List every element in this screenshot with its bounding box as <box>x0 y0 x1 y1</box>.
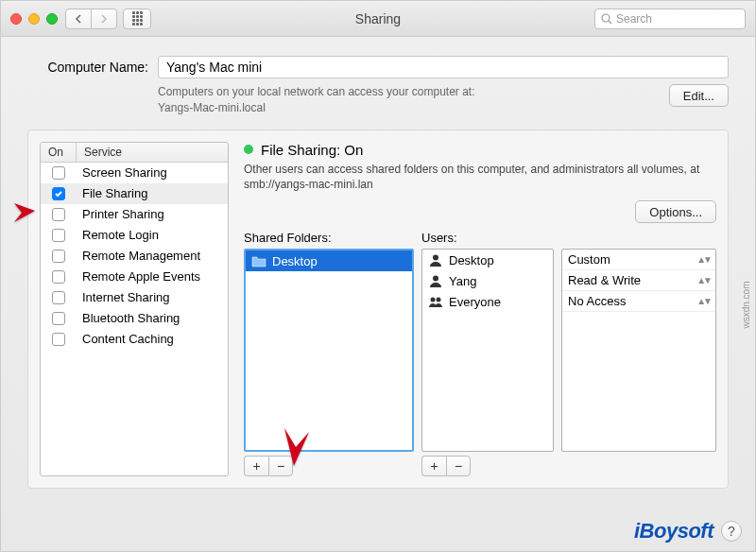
service-label: Bluetooth Sharing <box>77 311 228 325</box>
chevron-left-icon <box>75 14 82 24</box>
services-table: On Service Screen SharingFile SharingPri… <box>40 142 229 476</box>
user-label: Everyone <box>449 295 501 309</box>
titlebar: Sharing Search <box>1 1 755 37</box>
users-plusminus: + − <box>421 456 554 476</box>
brand-logo: iBoysoft <box>634 519 713 543</box>
search-input[interactable]: Search <box>594 9 746 29</box>
service-row-content-caching[interactable]: Content Caching <box>41 329 228 350</box>
user-row[interactable]: Yang <box>422 270 553 291</box>
user-row[interactable]: Desktop <box>422 250 553 270</box>
person-icon <box>428 274 443 287</box>
svg-point-2 <box>433 255 438 261</box>
service-row-remote-management[interactable]: Remote Management <box>41 246 228 267</box>
svg-point-5 <box>437 298 441 302</box>
computer-name-info: Computers on your local network can acce… <box>158 84 660 116</box>
service-checkbox[interactable] <box>52 208 65 221</box>
shared-folders-label: Shared Folders: <box>244 231 414 245</box>
folder-icon <box>251 254 266 267</box>
permission-row[interactable]: No Access▲▼ <box>562 291 715 312</box>
back-button[interactable] <box>65 9 92 29</box>
service-row-internet-sharing[interactable]: Internet Sharing <box>41 287 228 308</box>
stepper-icon[interactable]: ▲▼ <box>696 254 710 265</box>
add-user-button[interactable]: + <box>421 456 446 476</box>
user-label: Desktop <box>449 253 494 267</box>
service-row-file-sharing[interactable]: File Sharing <box>41 183 228 204</box>
service-label: Remote Management <box>77 249 228 263</box>
search-icon <box>601 13 612 25</box>
service-checkbox[interactable] <box>52 291 65 304</box>
service-checkbox[interactable] <box>52 333 65 346</box>
computer-name-label: Computer Name: <box>27 60 148 75</box>
person-icon <box>428 253 443 267</box>
service-label: Content Caching <box>77 332 228 346</box>
header-on: On <box>41 143 77 162</box>
permission-row[interactable]: Custom▲▼ <box>562 250 715 270</box>
service-row-remote-login[interactable]: Remote Login <box>41 225 228 246</box>
status-line: File Sharing: On <box>244 142 716 158</box>
window-controls <box>10 13 58 25</box>
permission-label: Read & Write <box>568 273 641 287</box>
remove-folder-button[interactable]: − <box>268 456 293 476</box>
service-row-bluetooth-sharing[interactable]: Bluetooth Sharing <box>41 308 228 329</box>
status-label: File Sharing: On <box>261 142 363 158</box>
service-checkbox[interactable] <box>52 166 65 180</box>
show-all-button[interactable] <box>123 9 151 29</box>
content-area: Computer Name: Computers on your local n… <box>1 37 755 498</box>
permissions-column: Custom▲▼Read & Write▲▼No Access▲▼ <box>561 231 716 475</box>
stepper-icon[interactable]: ▲▼ <box>696 275 710 285</box>
service-row-remote-apple-events[interactable]: Remote Apple Events <box>41 267 228 287</box>
service-checkbox[interactable] <box>52 187 65 200</box>
users-column: Users: DesktopYangEveryone + − <box>421 231 554 475</box>
window-title: Sharing <box>355 11 401 26</box>
service-row-printer-sharing[interactable]: Printer Sharing <box>41 204 228 225</box>
service-label: Remote Login <box>77 228 228 242</box>
service-checkbox[interactable] <box>52 229 65 242</box>
user-label: Yang <box>449 274 476 288</box>
add-folder-button[interactable]: + <box>244 456 268 476</box>
service-checkbox[interactable] <box>52 250 65 263</box>
shared-folders-column: Shared Folders: Desktop + − <box>244 231 414 475</box>
zoom-icon[interactable] <box>46 13 58 25</box>
svg-point-3 <box>433 276 438 282</box>
service-detail: File Sharing: On Other users can access … <box>244 142 716 476</box>
users-list[interactable]: DesktopYangEveryone <box>421 249 554 451</box>
status-dot-icon <box>244 145 253 154</box>
services-header: On Service <box>41 143 228 163</box>
sharing-panel: On Service Screen SharingFile SharingPri… <box>27 129 729 489</box>
shared-folders-list[interactable]: Desktop <box>244 249 414 451</box>
grid-icon <box>132 11 143 26</box>
sharing-columns: Shared Folders: Desktop + − Users: Deskt… <box>244 231 716 475</box>
permission-label: No Access <box>568 294 626 308</box>
service-row-screen-sharing[interactable]: Screen Sharing <box>41 163 228 183</box>
folders-plusminus: + − <box>244 456 414 476</box>
service-label: Internet Sharing <box>77 290 228 304</box>
edit-button[interactable]: Edit... <box>669 84 729 107</box>
help-button[interactable]: ? <box>721 521 742 542</box>
folder-label: Desktop <box>272 254 318 268</box>
remove-user-button[interactable]: − <box>446 456 471 476</box>
group-icon <box>428 295 443 308</box>
stepper-icon[interactable]: ▲▼ <box>696 296 710 306</box>
users-label: Users: <box>421 231 554 245</box>
search-placeholder: Search <box>616 12 652 26</box>
svg-point-0 <box>602 14 610 22</box>
sharing-preferences-window: Sharing Search Computer Name: Computers … <box>0 0 756 552</box>
service-checkbox[interactable] <box>52 312 65 325</box>
permissions-list[interactable]: Custom▲▼Read & Write▲▼No Access▲▼ <box>561 249 716 451</box>
user-row[interactable]: Everyone <box>422 291 553 312</box>
computer-name-field[interactable] <box>158 56 729 78</box>
service-checkbox[interactable] <box>52 270 65 284</box>
svg-line-1 <box>609 21 611 24</box>
forward-button[interactable] <box>91 9 117 29</box>
permission-row[interactable]: Read & Write▲▼ <box>562 270 715 291</box>
watermark: wsxdn.com <box>741 282 751 329</box>
service-label: Printer Sharing <box>77 207 228 221</box>
chevron-right-icon <box>100 14 108 24</box>
close-icon[interactable] <box>10 13 22 25</box>
services-column: On Service Screen SharingFile SharingPri… <box>40 142 229 476</box>
minimize-icon[interactable] <box>28 13 40 25</box>
permission-label: Custom <box>568 252 610 267</box>
options-button[interactable]: Options... <box>635 200 716 223</box>
service-label: Screen Sharing <box>77 165 228 180</box>
folder-row[interactable]: Desktop <box>246 250 412 271</box>
